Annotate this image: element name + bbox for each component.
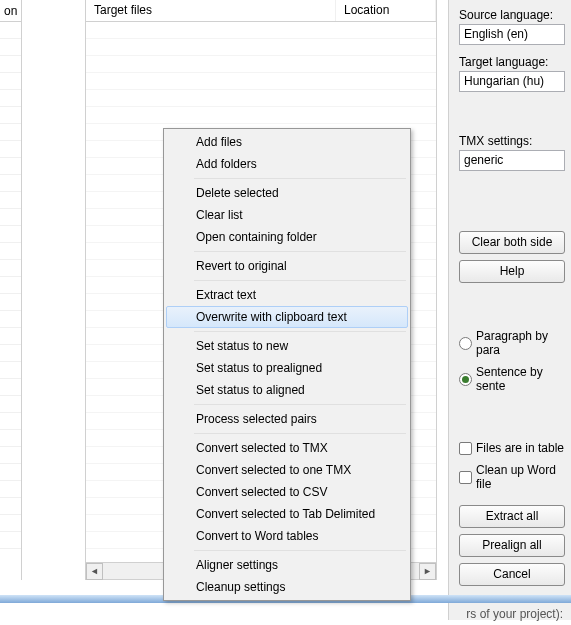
button-label: Cancel <box>493 567 530 581</box>
menu-label: Add folders <box>196 157 257 171</box>
check-label: Clean up Word file <box>476 463 565 491</box>
check-label: Files are in table <box>476 441 564 455</box>
radio-label: Paragraph by para <box>476 329 565 357</box>
clear-both-button[interactable]: Clear both side <box>459 231 565 254</box>
left-panel-header: on <box>0 0 21 22</box>
menu-delete-selected[interactable]: Delete selected <box>166 182 408 204</box>
column-label: Target files <box>94 3 152 17</box>
menu-label: Aligner settings <box>196 558 278 572</box>
combo-value: English (en) <box>464 27 528 41</box>
menu-separator <box>194 550 406 551</box>
right-panel: Source language: English (en) Target lan… <box>448 0 571 620</box>
menu-status-aligned[interactable]: Set status to aligned <box>166 379 408 401</box>
check-files-in-table[interactable]: Files are in table <box>459 441 565 455</box>
radio-icon <box>459 373 472 386</box>
source-lang-combo[interactable]: English (en) <box>459 24 565 45</box>
source-lang-label: Source language: <box>459 8 565 22</box>
tmx-label: TMX settings: <box>459 134 565 148</box>
menu-add-folders[interactable]: Add folders <box>166 153 408 175</box>
menu-convert-csv[interactable]: Convert selected to CSV <box>166 481 408 503</box>
menu-separator <box>194 331 406 332</box>
menu-open-folder[interactable]: Open containing folder <box>166 226 408 248</box>
left-header-text: on <box>4 4 17 18</box>
menu-label: Set status to new <box>196 339 288 353</box>
scroll-right-icon[interactable]: ► <box>419 563 436 580</box>
extract-all-button[interactable]: Extract all <box>459 505 565 528</box>
menu-convert-word[interactable]: Convert to Word tables <box>166 525 408 547</box>
menu-label: Process selected pairs <box>196 412 317 426</box>
menu-label: Delete selected <box>196 186 279 200</box>
menu-label: Convert selected to CSV <box>196 485 327 499</box>
menu-status-prealigned[interactable]: Set status to prealigned <box>166 357 408 379</box>
radio-icon <box>459 337 472 350</box>
radio-label: Sentence by sente <box>476 365 565 393</box>
menu-label: Revert to original <box>196 259 287 273</box>
menu-extract-text[interactable]: Extract text <box>166 284 408 306</box>
menu-separator <box>194 178 406 179</box>
menu-label: Add files <box>196 135 242 149</box>
menu-label: Set status to aligned <box>196 383 305 397</box>
left-panel-rows <box>0 22 21 549</box>
check-cleanup-word[interactable]: Clean up Word file <box>459 463 565 491</box>
menu-label: Overwrite with clipboard text <box>196 310 347 324</box>
menu-label: Convert to Word tables <box>196 529 319 543</box>
prealign-all-button[interactable]: Prealign all <box>459 534 565 557</box>
menu-label: Set status to prealigned <box>196 361 322 375</box>
menu-add-files[interactable]: Add files <box>166 131 408 153</box>
menu-aligner-settings[interactable]: Aligner settings <box>166 554 408 576</box>
context-menu: Add files Add folders Delete selected Cl… <box>163 128 411 601</box>
checkbox-icon <box>459 442 472 455</box>
target-panel-header: Target files Location <box>86 0 436 22</box>
bottom-text: rs of your project): <box>0 603 571 625</box>
column-location[interactable]: Location <box>336 0 436 21</box>
menu-separator <box>194 280 406 281</box>
menu-label: Convert selected to TMX <box>196 441 328 455</box>
menu-overwrite-clipboard[interactable]: Overwrite with clipboard text <box>166 306 408 328</box>
menu-convert-tab[interactable]: Convert selected to Tab Delimited <box>166 503 408 525</box>
menu-convert-tmx[interactable]: Convert selected to TMX <box>166 437 408 459</box>
radio-paragraph[interactable]: Paragraph by para <box>459 329 565 357</box>
menu-status-new[interactable]: Set status to new <box>166 335 408 357</box>
combo-value: generic <box>464 153 503 167</box>
menu-label: Clear list <box>196 208 243 222</box>
menu-cleanup-settings[interactable]: Cleanup settings <box>166 576 408 598</box>
menu-process-pairs[interactable]: Process selected pairs <box>166 408 408 430</box>
menu-clear-list[interactable]: Clear list <box>166 204 408 226</box>
bottom-text-value: rs of your project): <box>466 607 563 621</box>
button-label: Prealign all <box>482 538 541 552</box>
menu-label: Convert selected to Tab Delimited <box>196 507 375 521</box>
checkbox-icon <box>459 471 472 484</box>
combo-value: Hungarian (hu) <box>464 74 544 88</box>
menu-separator <box>194 251 406 252</box>
menu-label: Convert selected to one TMX <box>196 463 351 477</box>
menu-separator <box>194 404 406 405</box>
target-lang-combo[interactable]: Hungarian (hu) <box>459 71 565 92</box>
menu-separator <box>194 433 406 434</box>
menu-convert-one-tmx[interactable]: Convert selected to one TMX <box>166 459 408 481</box>
tmx-combo[interactable]: generic <box>459 150 565 171</box>
cancel-button[interactable]: Cancel <box>459 563 565 586</box>
scroll-left-icon[interactable]: ◄ <box>86 563 103 580</box>
menu-revert[interactable]: Revert to original <box>166 255 408 277</box>
button-label: Help <box>500 264 525 278</box>
target-lang-label: Target language: <box>459 55 565 69</box>
button-label: Clear both side <box>472 235 553 249</box>
menu-label: Extract text <box>196 288 256 302</box>
menu-label: Open containing folder <box>196 230 317 244</box>
left-panel: on <box>0 0 22 580</box>
menu-label: Cleanup settings <box>196 580 285 594</box>
help-button[interactable]: Help <box>459 260 565 283</box>
column-target-files[interactable]: Target files <box>86 0 336 21</box>
button-label: Extract all <box>486 509 539 523</box>
radio-sentence[interactable]: Sentence by sente <box>459 365 565 393</box>
column-label: Location <box>344 3 389 17</box>
